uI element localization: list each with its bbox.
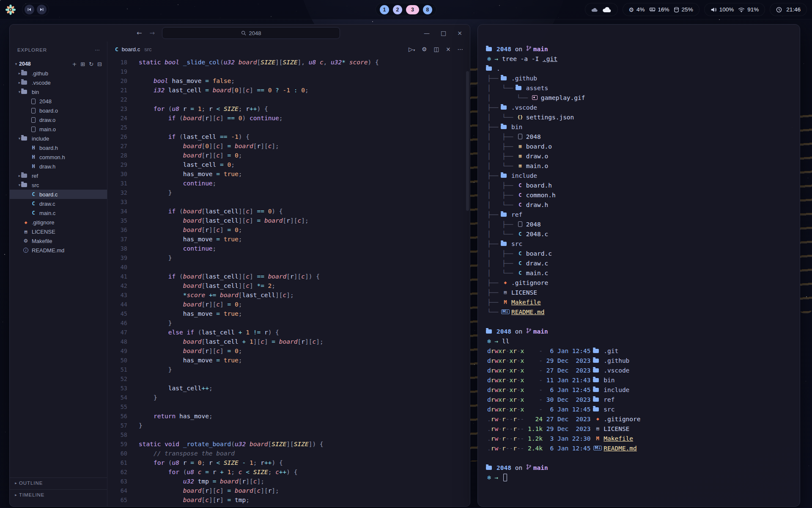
sidebar-item-label: common.h bbox=[39, 154, 65, 160]
code-line: 39 } bbox=[107, 253, 470, 262]
close-editor-icon[interactable]: × bbox=[446, 46, 450, 52]
explorer-more-icon[interactable]: ⋯ bbox=[95, 47, 100, 53]
sidebar-item-draw.c[interactable]: Cdraw.c bbox=[10, 199, 107, 208]
new-file-icon[interactable]: + bbox=[72, 61, 77, 67]
code-line: 22 bbox=[107, 95, 470, 104]
file-name: settings.json bbox=[526, 114, 574, 121]
maximize-button[interactable]: □ bbox=[441, 30, 446, 36]
collapse-all-icon[interactable]: ⊟ bbox=[97, 61, 102, 67]
git-branch-icon bbox=[526, 45, 533, 52]
sidebar-item-.gitignore[interactable]: ◆.gitignore bbox=[10, 218, 107, 227]
terminal-ll-row: drwxr-xr-x - 11 Jan 21:43 bin bbox=[487, 375, 792, 385]
sidebar-item-.github[interactable]: ▸.github bbox=[10, 69, 107, 78]
file-name: board.h bbox=[526, 182, 552, 189]
code-editor[interactable]: 18static bool _slide_col(u32 board[SIZE]… bbox=[107, 57, 470, 506]
terminal-tree-row: . bbox=[487, 64, 792, 73]
c-icon: C bbox=[517, 261, 524, 266]
folder-icon bbox=[502, 125, 509, 129]
terminal-ll-row: drwxr-xr-x - 6 Jan 12:45 include bbox=[487, 385, 792, 395]
new-folder-icon[interactable]: ⊞ bbox=[80, 61, 85, 67]
workspace-8[interactable]: 8 bbox=[423, 5, 432, 14]
line-number: 57 bbox=[107, 422, 127, 429]
tab-board-c[interactable]: C board.c src bbox=[107, 41, 158, 57]
workspace-1[interactable]: 1 bbox=[380, 5, 389, 14]
close-button[interactable]: × bbox=[457, 30, 462, 36]
sidebar-item-common.h[interactable]: Hcommon.h bbox=[10, 152, 107, 162]
split-editor-icon[interactable]: ◫ bbox=[433, 46, 439, 52]
terminal-prompt: 2048 on main bbox=[487, 326, 792, 336]
sidebar-item-ref[interactable]: ▸ref bbox=[10, 171, 107, 180]
code-line: 34 if (board[last_cell][c] == 0) { bbox=[107, 207, 470, 216]
line-number: 25 bbox=[107, 124, 127, 131]
more-actions-icon[interactable]: ⋯ bbox=[458, 46, 464, 52]
terminal-tree-row: ├── .vscode bbox=[487, 102, 792, 112]
code-text: if (last_cell == -1) { bbox=[127, 133, 250, 140]
file-name: main.o bbox=[526, 163, 548, 169]
sidebar-item-board.c[interactable]: Cboard.c bbox=[10, 190, 107, 199]
sidebar-item-board.h[interactable]: Hboard.h bbox=[10, 143, 107, 152]
line-number: 59 bbox=[107, 441, 127, 447]
run-code-button[interactable]: ▷ ▾ bbox=[409, 46, 415, 52]
sidebar-item-draw.h[interactable]: Hdraw.h bbox=[10, 162, 107, 171]
code-line: 45 has_move = true; bbox=[107, 309, 470, 318]
minimize-button[interactable]: — bbox=[424, 30, 430, 36]
sidebar-item-src[interactable]: ▾src bbox=[10, 180, 107, 190]
sidebar-item-label: .gitignore bbox=[32, 219, 54, 226]
outline-panel[interactable]: ▸ OUTLINE bbox=[10, 478, 107, 488]
prompt-separator: on bbox=[511, 464, 526, 471]
sfile-icon bbox=[30, 127, 37, 132]
search-input[interactable]: 2048 bbox=[162, 27, 340, 39]
line-number: 40 bbox=[107, 264, 127, 271]
weather-widget bbox=[585, 3, 618, 16]
media-next-button[interactable] bbox=[37, 5, 47, 14]
settings-gear-icon[interactable]: ⚙ bbox=[422, 46, 427, 52]
refresh-icon[interactable]: ↻ bbox=[89, 61, 93, 67]
editor-window: ← → 2048 — □ × EXPLORER ⋯ ▾ 2048 bbox=[9, 24, 470, 507]
nav-back-button[interactable]: ← bbox=[137, 29, 142, 37]
code-text: board[c][r] = tmp; bbox=[127, 497, 250, 503]
sidebar-item-main.o[interactable]: main.o bbox=[10, 124, 107, 134]
file-name: board.c bbox=[526, 250, 552, 257]
sidebar-item-2048[interactable]: 2048 bbox=[10, 97, 107, 106]
code-line: 31 continue; bbox=[107, 179, 470, 188]
editor-titlebar[interactable]: ← → 2048 — □ × bbox=[10, 25, 470, 41]
nav-forward-button[interactable]: → bbox=[150, 29, 155, 37]
sidebar-item-include[interactable]: ▾include bbox=[10, 134, 107, 143]
workspace-2[interactable]: 2 bbox=[393, 5, 402, 14]
media-previous-button[interactable] bbox=[25, 5, 34, 14]
sidebar-item-draw.o[interactable]: draw.o bbox=[10, 115, 107, 124]
editor-scrollbar[interactable] bbox=[466, 71, 469, 211]
file-size: - bbox=[524, 367, 546, 374]
code-text: board[r][c] = 0; bbox=[127, 301, 242, 308]
tree-prefix: │ └── bbox=[487, 163, 517, 169]
terminal-tree-row: │ ├── Cdraw.c bbox=[487, 258, 792, 268]
line-number: 65 bbox=[107, 497, 127, 503]
terminal-cursor[interactable] bbox=[503, 474, 507, 481]
line-number: 55 bbox=[107, 403, 127, 410]
line-number: 46 bbox=[107, 320, 127, 326]
sidebar-item-label: draw.h bbox=[39, 163, 55, 170]
sidebar-item-README.md[interactable]: iREADME.md bbox=[10, 246, 107, 255]
sidebar-item-LICENSE[interactable]: ▤LICENSE bbox=[10, 227, 107, 236]
terminal-tree-row: └── M↓README.md bbox=[487, 307, 792, 317]
timeline-panel[interactable]: ▸ TIMELINE bbox=[10, 489, 107, 500]
code-text: } bbox=[127, 254, 172, 261]
workspace-3[interactable]: 3 bbox=[406, 5, 419, 14]
sidebar-item-Makefile[interactable]: ⚙Makefile bbox=[10, 236, 107, 246]
tree-prefix: ├── bbox=[487, 124, 502, 130]
explorer-root-folder[interactable]: ▾ 2048 + ⊞ ↻ ⊟ bbox=[10, 59, 107, 69]
sidebar-item-.vscode[interactable]: ▸.vscode bbox=[10, 78, 107, 87]
terminal-window[interactable]: 2048 on main❄ → tree -a -I .git.├── .git… bbox=[477, 24, 800, 507]
sidebar-item-bin[interactable]: ▾bin bbox=[10, 87, 107, 97]
c-icon: C bbox=[517, 232, 524, 237]
terminal-ll-row: .rw-r--r-- 1.2k 3 Jan 22:30 MMakefile bbox=[487, 433, 792, 443]
code-text: last_cell++; bbox=[127, 385, 213, 392]
sidebar-item-main.c[interactable]: Cmain.c bbox=[10, 208, 107, 218]
folder-icon bbox=[487, 329, 494, 334]
sidebar-item-board.o[interactable]: board.o bbox=[10, 106, 107, 115]
tree-prefix: │ ├── bbox=[487, 153, 517, 160]
code-line: 20 bool has_move = false; bbox=[107, 76, 470, 86]
terminal-tree-row: ├── include bbox=[487, 171, 792, 180]
file-name: bin bbox=[511, 124, 522, 130]
code-line: 49 board[r][c] = 0; bbox=[107, 346, 470, 356]
